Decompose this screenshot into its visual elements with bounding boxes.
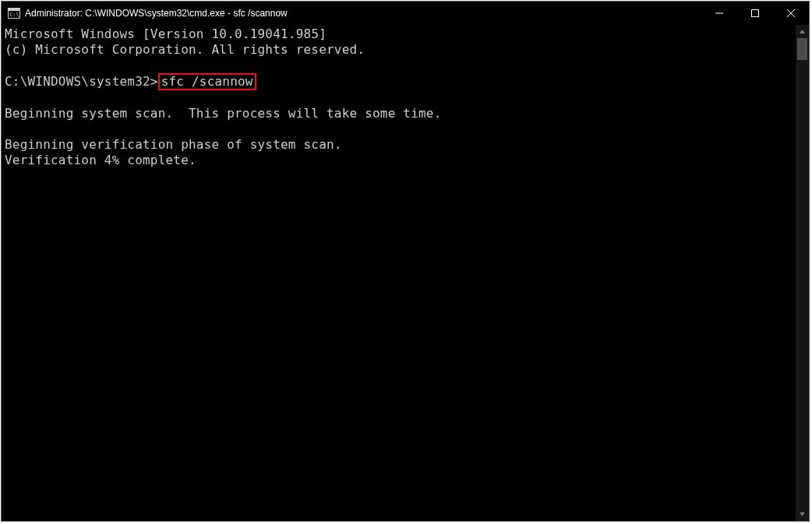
cmd-window: C:\ Administrator: C:\WINDOWS\system32\c… xyxy=(1,1,810,522)
output-line: Microsoft Windows [Version 10.0.19041.98… xyxy=(5,26,793,42)
prompt-line: C:\WINDOWS\system32>sfc /scannow xyxy=(5,73,793,90)
output-line: Verification 4% complete. xyxy=(5,153,793,168)
window-title: Administrator: C:\WINDOWS\system32\cmd.e… xyxy=(25,8,288,19)
cmd-icon: C:\ xyxy=(8,7,20,19)
vertical-scrollbar[interactable] xyxy=(796,25,809,521)
client-area: Microsoft Windows [Version 10.0.19041.98… xyxy=(2,25,809,521)
maximize-button[interactable] xyxy=(737,2,773,25)
scroll-down-button[interactable] xyxy=(796,508,809,521)
output-line: Beginning system scan. This process will… xyxy=(5,106,793,121)
output-line: (c) Microsoft Corporation. All rights re… xyxy=(5,42,793,58)
titlebar[interactable]: C:\ Administrator: C:\WINDOWS\system32\c… xyxy=(2,2,809,25)
output-blank xyxy=(5,90,793,106)
svg-marker-8 xyxy=(800,512,805,516)
output-line: Beginning verification phase of system s… xyxy=(5,137,793,153)
prompt: C:\WINDOWS\system32> xyxy=(5,74,158,89)
highlighted-command: sfc /scannow xyxy=(158,73,256,90)
svg-text:C:\: C:\ xyxy=(9,12,19,18)
output-blank xyxy=(5,58,793,73)
output-blank xyxy=(5,121,793,137)
svg-rect-4 xyxy=(752,10,759,17)
close-button[interactable] xyxy=(773,2,809,25)
scrollbar-thumb[interactable] xyxy=(797,38,807,60)
scrollbar-track[interactable] xyxy=(796,38,809,508)
scroll-up-button[interactable] xyxy=(796,25,809,38)
terminal-output[interactable]: Microsoft Windows [Version 10.0.19041.98… xyxy=(2,25,796,521)
svg-marker-7 xyxy=(800,30,805,33)
minimize-button[interactable] xyxy=(701,2,737,25)
